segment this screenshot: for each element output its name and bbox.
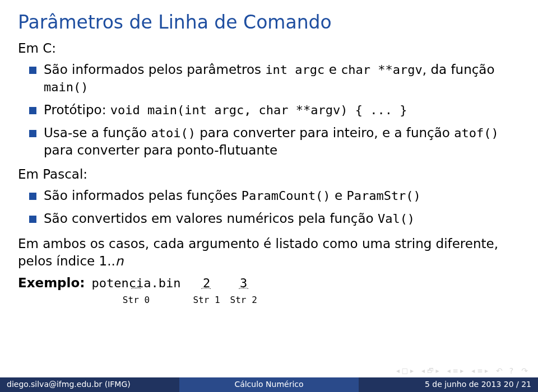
slide-title: Parâmetros de Linha de Comando	[18, 11, 520, 33]
closing-paragraph: Em ambos os casos, cada argumento é list…	[18, 235, 520, 270]
example-part-label: Str 2	[230, 295, 257, 305]
list-item: Protótipo: void main(int argc, char **ar…	[29, 101, 520, 119]
code: Val()	[378, 212, 415, 226]
example-part: 2 ⏟ Str 1	[193, 276, 220, 305]
brace-icon: ⏟	[225, 290, 262, 293]
code: char **argv	[341, 63, 423, 77]
text: Em ambos os casos, cada argumento é list…	[18, 236, 498, 268]
code: atoi()	[151, 126, 195, 140]
example-part-label: Str 1	[193, 295, 220, 305]
code: main()	[44, 80, 88, 94]
section-c-heading: Em C:	[18, 41, 520, 55]
code: ParamCount()	[242, 189, 331, 203]
example-part: potencia.bin ⏟ Str 0	[89, 276, 183, 305]
nav-section-icon[interactable]: ◂ ≡ ▸	[447, 367, 464, 375]
footer-date-page: 5 de junho de 2013 20 / 21	[359, 377, 538, 392]
text: para converter para inteiro, e a função	[196, 125, 454, 140]
brace-icon: ⏟	[71, 290, 202, 293]
text: São informados pelas funções	[44, 188, 242, 203]
text: , da função	[423, 62, 495, 77]
list-item: São convertidos em valores numéricos pel…	[29, 210, 520, 227]
section-c-list: São informados pelos parâmetros int argc…	[18, 61, 520, 159]
text: e	[331, 188, 347, 203]
list-item: São informados pelas funções ParamCount(…	[29, 187, 520, 204]
brace-icon: ⏟	[188, 290, 225, 293]
example-label: Exemplo:	[18, 276, 85, 290]
text: Protótipo:	[44, 102, 110, 117]
nav-first-icon[interactable]: ◂ □ ▸	[396, 367, 414, 375]
section-pascal-list: São informados pelas funções ParamCount(…	[18, 187, 520, 227]
text: São informados pelos parâmetros	[44, 62, 265, 77]
footer-bar: diego.silva@ifmg.edu.br (IFMG) Cálculo N…	[0, 377, 538, 392]
list-item: Usa-se a função atoi() para converter pa…	[29, 124, 520, 159]
footer-title: Cálculo Numérico	[179, 377, 359, 392]
code: int argc	[265, 63, 324, 77]
code: void main(int argc, char **argv) { ... }	[110, 103, 407, 117]
example-part-label: Str 0	[89, 295, 183, 305]
text: São convertidos em valores numéricos pel…	[44, 211, 378, 226]
example-part: 3 ⏟ Str 2	[230, 276, 257, 305]
code: atof()	[454, 126, 498, 140]
text: e	[324, 62, 341, 77]
section-pascal-heading: Em Pascal:	[18, 167, 520, 181]
nav-prev-icon[interactable]: ◂ 🗗 ▸	[421, 367, 439, 375]
footer-author: diego.silva@ifmg.edu.br (IFMG)	[0, 377, 179, 392]
nav-next-icon[interactable]: ◂ ≡ ▸	[471, 367, 488, 375]
nav-back-icon[interactable]: ↶	[496, 366, 502, 375]
code: ParamStr()	[346, 189, 420, 203]
example-line: Exemplo: potencia.bin ⏟ Str 0 2 ⏟ Str 1 …	[18, 276, 520, 305]
nav-forward-icon[interactable]: ↷	[521, 366, 527, 375]
list-item: São informados pelos parâmetros int argc…	[29, 61, 520, 96]
nav-help-icon[interactable]: ?	[509, 366, 513, 375]
italic-n: n	[115, 254, 124, 268]
text: Usa-se a função	[44, 125, 151, 140]
text: para converter para ponto-flutuante	[44, 143, 277, 157]
beamer-nav: ◂ □ ▸ ◂ 🗗 ▸ ◂ ≡ ▸ ◂ ≡ ▸ ↶ ? ↷	[396, 366, 527, 375]
